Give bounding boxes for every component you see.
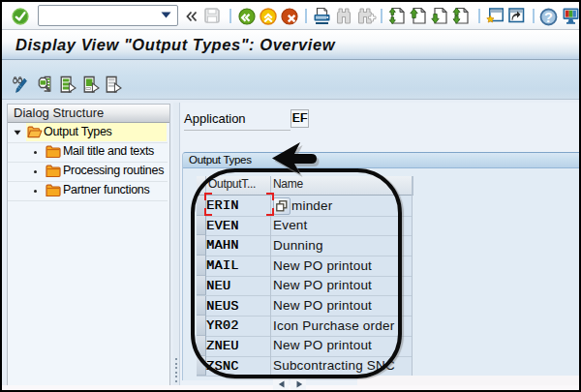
svg-text:?: ? [544,10,553,25]
